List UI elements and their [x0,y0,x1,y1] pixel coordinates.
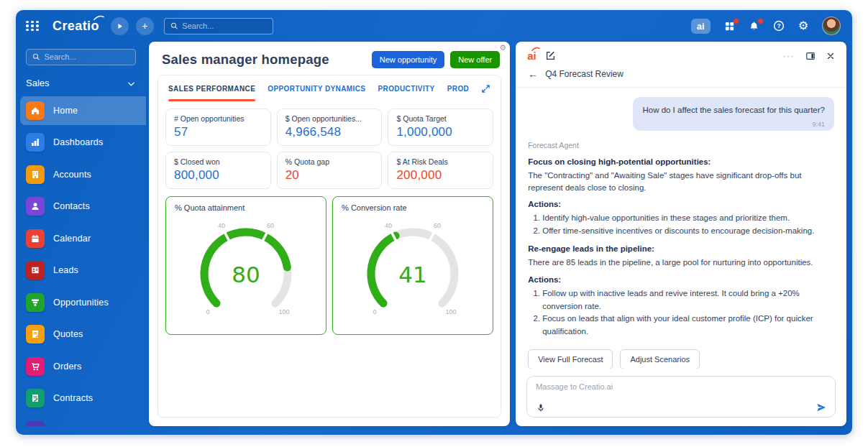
user-message-bubble: How do I affect the sales forecast for t… [633,97,834,131]
sidebar-item-contacts[interactable]: Contacts [20,192,146,221]
sidebar-item-calendar[interactable]: Calendar [20,224,146,253]
marketplace-apps-button[interactable] [724,21,735,32]
kpi-label: $ Quota Target [396,114,485,123]
main-panel: ⚙ Sales manager homepage New opportunity… [149,42,510,426]
tab-productivity[interactable]: PRODUCTIVITY [378,75,434,101]
message-paragraph: The "Contracting" and "Awaiting Sale" st… [528,170,834,193]
sidebar-item-contracts[interactable]: Contracts [20,384,146,413]
tab-sales-performance[interactable]: SALES PERFORMANCE [168,75,255,101]
kpi-card-quota-gap: % Quota gap20 [277,152,383,189]
kpi-grid: # Open opportunities57$ Open opportuniti… [158,101,501,189]
help-button[interactable]: ? [773,20,785,32]
message-paragraph: There are 85 leads in the pipeline, a la… [528,257,834,269]
sidebar-item-label: Contracts [53,393,93,403]
back-arrow-icon[interactable]: ← [528,69,538,79]
global-search[interactable] [164,18,273,34]
agent-name-label: Forecast Agent [528,141,834,149]
sidebar-item-label: Dashboards [53,137,103,147]
expand-icon [481,84,490,93]
copilot-ai-button[interactable]: ai [691,19,711,34]
expand-dashboard-button[interactable] [481,84,490,93]
sidebar-item-label: Home [53,106,78,116]
sidebar-search-input[interactable] [45,52,129,61]
chat-input-box[interactable] [526,376,836,418]
svg-text:?: ? [777,22,780,29]
sidebar-item-dashboards[interactable]: Dashboards [20,128,146,157]
message-heading: Actions: [528,275,834,284]
message-heading: Focus on closing high-potential opportun… [528,157,834,166]
add-button[interactable]: + [136,17,154,35]
tab-bar: SALES PERFORMANCEOPPORTUNITY DYNAMICSPRO… [158,75,501,101]
sidebar-item-accounts[interactable]: Accounts [20,160,146,189]
accounts-icon [26,165,45,184]
voice-input-button[interactable] [536,403,546,413]
gauge-title: % Conversion rate [342,203,484,212]
tab-opportunity-dynamics[interactable]: OPPORTUNITY DYNAMICS [268,75,365,101]
microphone-icon [536,403,546,413]
sidebar-item-home[interactable]: Home [20,96,146,125]
sidebar-item-label: Orders [53,361,81,372]
user-avatar[interactable] [822,17,841,35]
sidebar-item-opportunities[interactable]: Opportunities [20,288,146,317]
contracts-icon [26,389,45,407]
tab-prod[interactable]: PROD [447,75,470,101]
notifications-button[interactable] [749,21,759,32]
new-opportunity-button[interactable]: New opportunity [372,51,445,68]
calendar-icon [26,229,45,248]
chevron-down-icon [128,78,134,88]
tab-label: SALES PERFORMANCE [168,85,255,93]
kpi-value: 20 [285,168,374,183]
sidebar-item-label: Accounts [53,170,91,180]
sidebar-item-quotes[interactable]: Quotes [20,320,146,349]
message-list: Follow up with inactive leads and revive… [528,287,834,338]
workspace-selector[interactable]: Sales [16,73,146,96]
more-options-button[interactable]: ··· [783,51,795,61]
dashboard-settings-gear-icon[interactable]: ⚙ [499,43,506,52]
play-button[interactable] [111,17,129,35]
close-icon [826,52,835,60]
dock-panel-button[interactable] [805,51,816,61]
creatio-logo-text: Creatio [52,19,99,33]
svg-text:100: 100 [279,308,290,315]
global-search-input[interactable] [182,22,266,30]
sidebar-item-orders[interactable]: Orders [20,352,146,381]
kpi-card-open-opportunities: $ Open opportunities...4,966,548 [277,109,383,146]
message-heading: Actions: [528,200,834,208]
ai-logo-swoosh-icon [531,47,540,52]
search-icon [32,52,40,61]
app-window: Creatio + ai [16,10,852,435]
sidebar-item-label: Contacts [53,201,90,211]
kpi-card-quota-target: $ Quota Target1,000,000 [388,109,493,146]
adjust-scenarios-button[interactable]: Adjust Scenarios [620,349,700,369]
new-offer-button[interactable]: New offer [450,51,500,68]
creatio-ai-logo: ai [527,50,536,62]
chat-message-input[interactable] [536,382,826,398]
kpi-label: $ At Risk Deals [396,157,485,166]
action-button-row: View Full ForecastAdjust Scenarios [528,349,834,369]
close-chat-button[interactable] [826,52,835,60]
send-message-button[interactable] [816,402,826,413]
sidebar: Sales HomeDashboardsAccountsContactsCale… [16,42,146,426]
svg-text:41: 41 [398,262,426,287]
kpi-value: 200,000 [396,168,485,183]
settings-button[interactable]: ⚙ [798,20,808,32]
gauge-card-quota-attainment: % Quota attainment0406010080 [165,196,326,335]
sidebar-item-invoices[interactable]: Invoices [20,416,146,426]
svg-text:0: 0 [206,308,210,315]
sidebar-search[interactable] [26,49,136,65]
sidebar-item-leads[interactable]: Leads [20,256,146,285]
compose-icon [545,50,556,61]
svg-text:60: 60 [434,222,441,229]
kpi-label: % Quota gap [285,157,374,166]
new-chat-button[interactable] [545,50,556,61]
user-message-text: How do I affect the sales forecast for t… [642,104,825,116]
kpi-value: 1,000,000 [396,125,485,139]
page-title: Sales manager homepage [162,52,329,68]
view-full-forecast-button[interactable]: View Full Forecast [528,349,613,369]
gauge-card-conversion-rate: % Conversion rate0406010041 [332,196,493,335]
kpi-value: 57 [174,125,262,139]
app-grid-icon[interactable] [26,21,40,32]
search-icon [170,22,178,30]
agent-message-blocks: Focus on closing high-potential opportun… [528,151,834,340]
sidebar-nav: HomeDashboardsAccountsContactsCalendarLe… [16,96,146,426]
